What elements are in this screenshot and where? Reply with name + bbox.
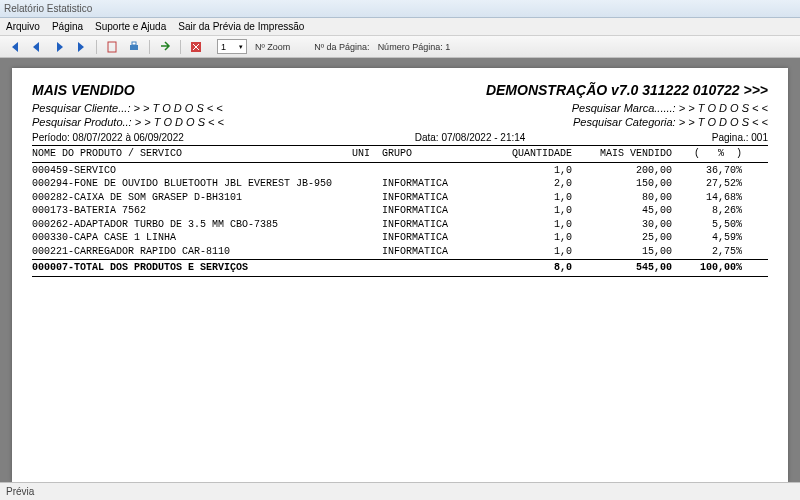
cell-product: 000221-CARREGADOR RAPIDO CAR-8110 — [32, 245, 352, 259]
menu-suporte[interactable]: Suporte e Ajuda — [95, 21, 166, 32]
cell-value: 30,00 — [572, 218, 672, 232]
col-qty: QUANTIDADE — [482, 147, 572, 161]
table-row: 000294-FONE DE OUVIDO BLUETOOTH JBL EVER… — [32, 177, 768, 191]
cell-uni — [352, 204, 382, 218]
page-label: Nº da Página: — [314, 42, 369, 52]
cell-pct: 2,75% — [672, 245, 742, 259]
table-body: 000459-SERVICO1,0200,0036,70%000294-FONE… — [32, 164, 768, 259]
cell-pct: 36,70% — [672, 164, 742, 178]
filter-product: Pesquisar Produto..: > > T O D O S < < — [32, 116, 224, 128]
cell-product: 000459-SERVICO — [32, 164, 352, 178]
cell-value: 15,00 — [572, 245, 672, 259]
cell-group: INFORMATICA — [382, 177, 482, 191]
window-titlebar: Relatório Estatistico — [0, 0, 800, 18]
cell-uni — [352, 191, 382, 205]
cell-uni — [352, 218, 382, 232]
cell-value: 80,00 — [572, 191, 672, 205]
table-row: 000330-CAPA CASE 1 LINHAINFORMATICA1,025… — [32, 231, 768, 245]
col-product: NOME DO PRODUTO / SERVICO — [32, 147, 352, 161]
dropdown-icon: ▾ — [239, 43, 243, 51]
status-bar: Prévia — [0, 482, 800, 500]
cell-qty: 1,0 — [482, 204, 572, 218]
zoom-value: 1 — [221, 42, 226, 52]
cell-group: INFORMATICA — [382, 204, 482, 218]
page-setup-button[interactable] — [103, 39, 121, 55]
total-label: 000007-TOTAL DOS PRODUTOS E SERVIÇOS — [32, 261, 352, 275]
cell-group: INFORMATICA — [382, 218, 482, 232]
nav-next-button[interactable] — [50, 39, 68, 55]
cell-product: 000282-CAIXA DE SOM GRASEP D-BH3101 — [32, 191, 352, 205]
toolbar: 1▾ Nº Zoom Nº da Página: Número Página: … — [0, 36, 800, 58]
cell-product: 000330-CAPA CASE 1 LINHA — [32, 231, 352, 245]
report-version: DEMONSTRAÇÃO v7.0 311222 010722 >>> — [486, 82, 768, 98]
total-value: 545,00 — [572, 261, 672, 275]
nav-last-button[interactable] — [72, 39, 90, 55]
cell-product: 000294-FONE DE OUVIDO BLUETOOTH JBL EVER… — [32, 177, 352, 191]
svg-rect-2 — [132, 42, 136, 45]
cell-uni — [352, 177, 382, 191]
cell-qty: 1,0 — [482, 218, 572, 232]
cell-value: 150,00 — [572, 177, 672, 191]
cell-group: INFORMATICA — [382, 245, 482, 259]
cell-pct: 4,59% — [672, 231, 742, 245]
total-qty: 8,0 — [482, 261, 572, 275]
cell-uni — [352, 164, 382, 178]
divider — [32, 162, 768, 163]
toolbar-separator — [96, 40, 97, 54]
menu-pagina[interactable]: Página — [52, 21, 83, 32]
filter-client: Pesquisar Cliente...: > > T O D O S < < — [32, 102, 223, 114]
filter-category: Pesquisar Categoria: > > T O D O S < < — [573, 116, 768, 128]
menu-arquivo[interactable]: Arquivo — [6, 21, 40, 32]
total-pct: 100,00% — [672, 261, 742, 275]
cell-qty: 1,0 — [482, 191, 572, 205]
divider — [32, 145, 768, 146]
col-value: MAIS VENDIDO — [572, 147, 672, 161]
svg-rect-1 — [130, 45, 138, 50]
filter-brand: Pesquisar Marca......: > > T O D O S < < — [572, 102, 768, 114]
cell-value: 200,00 — [572, 164, 672, 178]
table-row: 000459-SERVICO1,0200,0036,70% — [32, 164, 768, 178]
table-row: 000262-ADAPTADOR TURBO DE 3.5 MM CBO-738… — [32, 218, 768, 232]
cell-group: INFORMATICA — [382, 231, 482, 245]
datetime-text: Data: 07/08/2022 - 21:14 — [415, 132, 651, 143]
col-group: GRUPO — [382, 147, 482, 161]
cell-pct: 8,26% — [672, 204, 742, 218]
preview-area: MAIS VENDIDO DEMONSTRAÇÃO v7.0 311222 01… — [0, 58, 800, 482]
cell-qty: 1,0 — [482, 245, 572, 259]
toolbar-separator — [180, 40, 181, 54]
cell-group — [382, 164, 482, 178]
cell-uni — [352, 245, 382, 259]
print-button[interactable] — [125, 39, 143, 55]
cell-value: 25,00 — [572, 231, 672, 245]
menu-sair[interactable]: Sair da Prévia de Impressão — [178, 21, 304, 32]
table-row: 000282-CAIXA DE SOM GRASEP D-BH3101INFOR… — [32, 191, 768, 205]
nav-first-button[interactable] — [6, 39, 24, 55]
page-number: Pagina.: 001 — [650, 132, 768, 143]
cell-value: 45,00 — [572, 204, 672, 218]
cell-uni — [352, 231, 382, 245]
export-button[interactable] — [156, 39, 174, 55]
page-value: Número Página: 1 — [378, 42, 451, 52]
report-page: MAIS VENDIDO DEMONSTRAÇÃO v7.0 311222 01… — [12, 68, 788, 482]
svg-rect-0 — [108, 42, 116, 52]
table-total-row: 000007-TOTAL DOS PRODUTOS E SERVIÇOS 8,0… — [32, 261, 768, 275]
cell-pct: 27,52% — [672, 177, 742, 191]
zoom-label: Nº Zoom — [255, 42, 290, 52]
col-uni: UNI — [352, 147, 382, 161]
cell-product: 000173-BATERIA 7562 — [32, 204, 352, 218]
cell-product: 000262-ADAPTADOR TURBO DE 3.5 MM CBO-738… — [32, 218, 352, 232]
menu-bar: Arquivo Página Suporte e Ajuda Sair da P… — [0, 18, 800, 36]
col-pct: ( % ) — [672, 147, 742, 161]
report-title: MAIS VENDIDO — [32, 82, 135, 98]
close-preview-button[interactable] — [187, 39, 205, 55]
nav-prev-button[interactable] — [28, 39, 46, 55]
cell-group: INFORMATICA — [382, 191, 482, 205]
zoom-input[interactable]: 1▾ — [217, 39, 247, 54]
status-label: Prévia — [6, 486, 34, 497]
cell-qty: 1,0 — [482, 231, 572, 245]
cell-qty: 2,0 — [482, 177, 572, 191]
divider — [32, 259, 768, 260]
cell-pct: 14,68% — [672, 191, 742, 205]
toolbar-separator — [149, 40, 150, 54]
divider — [32, 276, 768, 277]
